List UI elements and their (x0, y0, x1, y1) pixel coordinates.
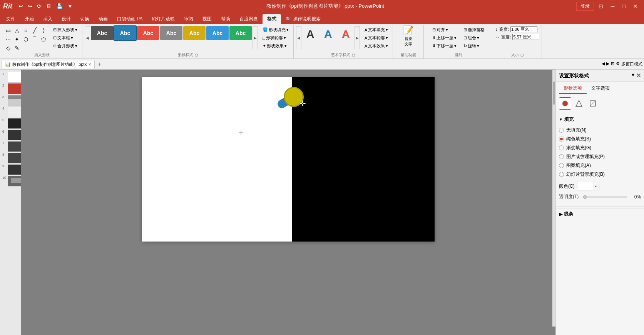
radio-solid[interactable] (559, 137, 564, 142)
line-section[interactable]: ▶ 线条 (556, 208, 644, 220)
tab-insert[interactable]: 插入 (38, 14, 57, 24)
main-scrollbar[interactable] (552, 70, 555, 327)
select-pane-btn[interactable]: ⊞ 选择窗格 (461, 26, 487, 33)
style-preset-1[interactable]: Abc (114, 26, 136, 40)
art-text-a1[interactable]: A (302, 26, 318, 42)
text-effect-btn[interactable]: A 文本效果▾ (362, 42, 390, 50)
panel-icon-fill[interactable] (559, 97, 571, 110)
shape-pentagon[interactable]: ⬠ (39, 35, 48, 43)
shape-triangle[interactable]: △ (13, 26, 21, 35)
scroll-right-btn[interactable]: ▶ (606, 61, 609, 67)
multi-window-btn[interactable]: ⊡ (611, 61, 614, 67)
slide-thumb-5[interactable] (8, 118, 21, 129)
move-up-btn[interactable]: ⬆ 上移一层▾ (430, 34, 459, 42)
shape-fill-btn[interactable]: 🪣 形状填充▾ (260, 26, 291, 33)
style-scroll-left[interactable]: ◀ (85, 26, 90, 49)
shape-arrow[interactable]: ⟩ (39, 26, 48, 35)
shape-rect[interactable]: ▭ (4, 26, 12, 35)
search-tab[interactable]: 🔍 操作说明搜索 (281, 14, 325, 24)
style-preset-3[interactable]: Abc (160, 26, 182, 40)
slide-thumb-10[interactable] (8, 176, 21, 187)
fill-option-slide-bg[interactable]: 幻灯片背景填充(B) (559, 170, 641, 179)
settings-btn[interactable]: ⚙ (616, 61, 620, 67)
shape-effect-btn[interactable]: ✦ 形状效果▾ (260, 42, 291, 50)
shape-curve[interactable]: ⌒ (30, 35, 39, 43)
fill-option-gradient[interactable]: 渐变填充(G) (559, 143, 641, 152)
shape-line[interactable]: ╱ (30, 26, 39, 35)
shape-circle[interactable]: ○ (22, 26, 30, 35)
redo-btn[interactable]: ↪ (26, 2, 34, 10)
slider-thumb[interactable] (583, 195, 587, 199)
rotate-btn[interactable]: ↻ 旋转▾ (461, 42, 487, 50)
textbox-btn[interactable]: ⊡ 文本框▾ (51, 34, 80, 42)
display-btn[interactable]: 🖥 (45, 2, 53, 10)
move-down-btn[interactable]: ⬇ 下移一层▾ (430, 42, 459, 50)
fill-option-solid[interactable]: 纯色填充(S) (559, 135, 641, 143)
add-tab-btn[interactable]: + (95, 61, 104, 68)
merge-btn[interactable]: ⊕ 合并形状▾ (51, 42, 80, 50)
shape-edit[interactable]: ✎ (13, 44, 21, 52)
radio-slide-bg[interactable] (559, 172, 564, 177)
align-btn[interactable]: ⊟ 对齐▾ (430, 26, 459, 33)
radio-gradient[interactable] (559, 145, 564, 150)
minimize-btn[interactable]: ─ (608, 2, 618, 11)
fill-option-texture[interactable]: 图片或纹理填充(P) (559, 152, 641, 161)
doc-tab-active[interactable]: 📊 教你制作《ppt制作创意图片功能》.pptx ✕ (2, 60, 95, 68)
slide-placeholder[interactable]: + (238, 127, 244, 138)
shape-diamond[interactable]: ◇ (4, 44, 12, 52)
slide-thumb-4[interactable] (8, 107, 21, 117)
style-scroll-right[interactable]: ▶ (253, 26, 258, 49)
art-scroll-left[interactable]: ◀ (296, 26, 301, 49)
shape-style-expand[interactable]: ⬡ (195, 53, 198, 57)
tab-slideshow[interactable]: 幻灯片放映 (147, 14, 179, 24)
tab-design[interactable]: 设计 (57, 14, 75, 24)
panel-close-btn[interactable]: ✕ (636, 72, 641, 79)
text-fill-btn[interactable]: A 文本填充▾ (362, 26, 390, 33)
tab-help[interactable]: 帮助 (216, 14, 235, 24)
tab-home[interactable]: 开始 (20, 14, 38, 24)
art-scroll-right[interactable]: ▶ (355, 26, 360, 49)
tab-format[interactable]: 格式 (263, 14, 281, 24)
tab-transition[interactable]: 切换 (75, 14, 94, 24)
login-button[interactable]: 登录 (576, 2, 594, 11)
undo-btn[interactable]: ↩ (17, 2, 25, 10)
art-text-a3[interactable]: A (338, 26, 354, 42)
text-outline-btn[interactable]: A 文本轮廓▾ (362, 34, 390, 42)
group-btn[interactable]: ⊡ 组合▾ (461, 34, 487, 42)
radio-none[interactable] (559, 128, 564, 133)
panel-icon-effect[interactable] (587, 97, 599, 110)
slide-thumb-2[interactable] (8, 83, 21, 94)
style-preset-0[interactable]: Abc (91, 26, 113, 40)
maximize-btn[interactable]: □ (619, 2, 629, 11)
slide-thumb-6[interactable] (8, 130, 21, 140)
tab-animation[interactable]: 动画 (94, 14, 112, 24)
replace-text-btn[interactable]: 📝 替换文字 (399, 26, 418, 46)
radio-texture[interactable] (559, 154, 564, 159)
radio-pattern[interactable] (559, 163, 564, 168)
color-dropdown-btn[interactable]: ▾ (593, 182, 599, 190)
slide-thumb-8[interactable] (8, 153, 21, 163)
slide-thumb-9[interactable] (8, 164, 21, 175)
color-swatch[interactable] (578, 182, 593, 190)
height-input[interactable] (510, 26, 537, 32)
panel-icon-size[interactable] (573, 97, 585, 110)
art-text-a2[interactable]: A (320, 26, 336, 42)
style-preset-4[interactable]: Abc (183, 26, 206, 40)
tab-baidu[interactable]: 百度网盘 (235, 14, 263, 24)
more-btn[interactable]: ▼ (66, 2, 74, 10)
share-btn[interactable]: ⊡ (595, 2, 606, 11)
save-btn[interactable]: 💾 (55, 2, 64, 10)
edit-shape-btn[interactable]: ⊞ 插入形状▾ (51, 26, 80, 33)
tab-pocket[interactable]: 口袋动画 PA (112, 14, 147, 24)
shape-more[interactable]: ⋯ (4, 35, 12, 43)
slide-thumb-3[interactable] (8, 95, 21, 106)
slide-thumb-7[interactable] (8, 141, 21, 152)
tab-file[interactable]: 文件 (2, 14, 20, 24)
scroll-left-btn[interactable]: ◀ (602, 61, 605, 67)
slide-canvas[interactable]: + ✛ (142, 77, 435, 242)
slide-thumb-1[interactable] (8, 72, 21, 83)
shape-yellow-circle[interactable]: ✛ (284, 87, 304, 107)
shape-outline-btn[interactable]: □ 形状轮廓▾ (260, 34, 291, 42)
fill-section-header[interactable]: ▼ 填充 (559, 116, 641, 123)
style-preset-2[interactable]: Abc (137, 26, 159, 40)
